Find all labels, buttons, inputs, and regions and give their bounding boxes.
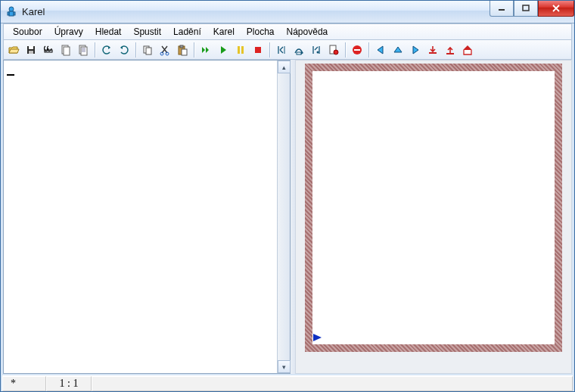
svg-rect-8	[29, 51, 33, 54]
cut-button[interactable]	[157, 42, 173, 58]
svg-rect-31	[446, 53, 454, 54]
svg-rect-19	[180, 45, 183, 48]
svg-point-28	[353, 45, 362, 54]
svg-rect-26	[330, 45, 336, 54]
move-right-button[interactable]	[407, 42, 424, 58]
toolbar	[3, 40, 572, 60]
menu-plocha[interactable]: Plocha	[241, 25, 281, 39]
world-grid[interactable]	[305, 64, 562, 352]
scroll-down-button[interactable]: ▾	[278, 360, 291, 373]
pick-up-button[interactable]	[442, 42, 458, 58]
svg-rect-9	[45, 50, 52, 52]
svg-rect-11	[64, 47, 70, 55]
svg-rect-22	[241, 46, 244, 54]
doc-copy-button[interactable]	[75, 42, 92, 58]
run-fast-button[interactable]	[197, 42, 214, 58]
svg-rect-24	[297, 52, 301, 54]
world-pane	[295, 60, 572, 374]
status-spacer	[92, 376, 573, 391]
toolbar-separator	[269, 42, 271, 58]
svg-point-27	[334, 50, 338, 54]
pause-button[interactable]	[232, 42, 249, 58]
app-icon	[5, 6, 17, 18]
svg-rect-13	[81, 47, 87, 55]
svg-rect-29	[354, 49, 360, 51]
titlebar: Karel	[1, 1, 574, 23]
svg-rect-6	[27, 46, 35, 54]
toolbar-separator	[95, 42, 96, 58]
svg-rect-23	[255, 47, 261, 53]
find-button[interactable]	[40, 42, 57, 58]
no-entry-button[interactable]	[349, 42, 365, 58]
svg-rect-4	[499, 9, 505, 11]
svg-rect-20	[182, 49, 187, 55]
world-border	[305, 64, 562, 352]
toolbar-separator	[135, 42, 137, 58]
svg-rect-3	[14, 12, 15, 15]
svg-rect-12	[79, 45, 85, 54]
copy-button[interactable]	[139, 42, 156, 58]
stop-button[interactable]	[250, 42, 266, 58]
move-up-button[interactable]	[390, 42, 406, 58]
svg-rect-21	[238, 46, 240, 54]
karel-robot-icon	[312, 333, 323, 344]
menu-soubor[interactable]: Soubor	[7, 25, 48, 39]
editor-pane[interactable]: ▴ ▾	[3, 60, 291, 374]
svg-rect-1	[9, 11, 14, 16]
undo-button[interactable]	[98, 42, 115, 58]
svg-point-17	[166, 52, 169, 55]
put-down-button[interactable]	[424, 42, 441, 58]
svg-rect-30	[429, 52, 437, 54]
paste-button[interactable]	[174, 42, 191, 58]
svg-rect-2	[8, 12, 9, 15]
main-area: ▴ ▾	[3, 60, 572, 374]
menu-hledat[interactable]: Hledat	[89, 25, 128, 39]
new-doc-button[interactable]	[58, 42, 74, 58]
svg-rect-18	[179, 46, 185, 54]
svg-rect-10	[62, 45, 68, 54]
step-over-button[interactable]	[291, 42, 307, 58]
menu-upravy[interactable]: Úpravy	[48, 25, 89, 39]
open-button[interactable]	[5, 42, 22, 58]
breakpoint-button[interactable]	[325, 42, 342, 58]
svg-rect-15	[146, 48, 151, 54]
toolbar-separator	[194, 42, 195, 58]
home-button[interactable]	[459, 42, 476, 58]
step-into-button[interactable]	[273, 42, 290, 58]
close-button[interactable]	[538, 1, 574, 17]
text-cursor	[7, 74, 14, 76]
status-position: 1 : 1	[46, 376, 92, 391]
svg-point-16	[160, 52, 163, 55]
toolbar-separator	[368, 42, 370, 58]
window-title: Karel	[22, 6, 45, 17]
svg-rect-7	[29, 46, 33, 49]
move-left-button[interactable]	[372, 42, 389, 58]
menu-napoveda[interactable]: Nápověda	[281, 25, 334, 39]
minimize-button[interactable]	[490, 1, 514, 17]
status-modified: *	[2, 376, 46, 391]
save-button[interactable]	[23, 42, 39, 58]
editor-scrollbar[interactable]: ▴ ▾	[277, 61, 290, 373]
svg-point-0	[9, 7, 14, 11]
scroll-up-button[interactable]: ▴	[278, 61, 291, 73]
menu-spustit[interactable]: Spustit	[127, 25, 167, 39]
window-controls	[490, 1, 574, 17]
maximize-button[interactable]	[514, 1, 538, 17]
step-out-button[interactable]	[308, 42, 325, 58]
menu-ladeni[interactable]: Ladění	[167, 25, 207, 39]
menu-karel[interactable]: Karel	[207, 25, 241, 39]
svg-point-25	[317, 51, 319, 53]
run-button[interactable]	[215, 42, 232, 58]
svg-rect-5	[523, 5, 529, 11]
statusbar: * 1 : 1	[2, 375, 573, 390]
redo-button[interactable]	[116, 42, 132, 58]
menubar: Soubor Úpravy Hledat Spustit Ladění Kare…	[3, 23, 572, 40]
svg-rect-14	[144, 46, 149, 53]
toolbar-separator	[345, 42, 347, 58]
